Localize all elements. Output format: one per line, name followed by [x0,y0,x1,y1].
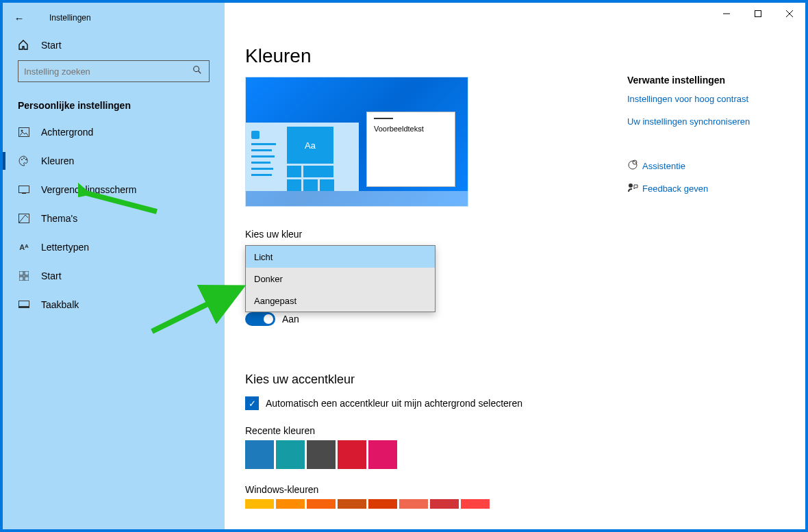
search-input[interactable] [18,60,210,82]
recent-colors [245,440,785,469]
svg-rect-12 [19,277,23,281]
sidebar-item-label: Start [41,270,62,281]
related-settings: Verwante instellingen Instellingen voor … [627,75,785,205]
svg-rect-13 [25,277,29,281]
sidebar-item-label: Achtergrond [41,127,93,138]
back-button[interactable]: ← [10,8,29,27]
fonts-icon: AA [18,243,30,251]
svg-rect-8 [22,193,26,194]
recent-colors-label: Recente kleuren [245,425,785,436]
svg-line-24 [152,288,241,331]
help-label: Assistentie [642,161,685,171]
preview-text: Voorbeeldtekst [374,125,424,133]
svg-rect-10 [19,271,23,275]
lockscreen-icon [18,186,30,194]
auto-accent-label: Automatisch een accentkleur uit mijn ach… [266,398,522,409]
start-icon [18,271,30,281]
dropdown-option-custom[interactable]: Aangepast [246,290,435,312]
color-swatch[interactable] [338,499,366,509]
transparency-toggle[interactable] [245,312,275,326]
assist-icon [627,160,642,173]
accent-title: Kies uw accentkleur [245,372,785,387]
home-button[interactable]: Start [3,29,225,58]
color-swatch[interactable] [245,499,274,509]
dropdown-option-light[interactable]: Licht [246,246,435,268]
svg-rect-17 [755,11,761,17]
preview-window: Voorbeeldtekst [366,112,455,187]
link-feedback[interactable]: Feedback geven [627,182,785,195]
sidebar-item-background[interactable]: Achtergrond [3,118,225,147]
link-high-contrast[interactable]: Instellingen voor hoog contrast [627,94,785,104]
preview-start-menu: Aa [246,123,359,191]
home-label: Start [41,40,62,51]
related-title: Verwante instellingen [627,75,785,86]
search-icon [191,65,203,77]
palette-icon [18,155,30,166]
color-preview: Voorbeeldtekst Aa [245,77,468,207]
svg-point-22 [629,183,633,188]
sidebar-item-label: Kleuren [41,155,74,166]
search-field[interactable] [24,66,191,77]
svg-point-3 [21,130,23,132]
sidebar-item-label: Lettertypen [41,242,89,253]
svg-point-0 [194,66,199,72]
svg-line-23 [86,193,157,212]
annotation-arrow-2 [147,275,249,337]
home-icon [18,40,30,51]
close-button[interactable] [774,3,805,25]
back-arrow-icon: ← [14,12,25,24]
windows-colors-label: Windows-kleuren [245,484,785,495]
themes-icon [18,214,30,223]
sidebar-item-fonts[interactable]: AA Lettertypen [3,233,225,262]
color-swatch[interactable] [399,499,428,509]
picture-icon [18,127,30,137]
color-swatch[interactable] [368,499,397,509]
app-title: Instellingen [49,13,91,23]
taskbar-icon [18,301,30,309]
color-swatch[interactable] [307,440,336,469]
color-swatch[interactable] [276,499,305,509]
section-title: Persoonlijke instellingen [3,90,225,118]
preview-tile: Aa [287,127,333,164]
svg-line-1 [199,71,201,74]
svg-point-5 [23,157,25,159]
toggle-label: Aan [282,314,299,325]
link-sync-settings[interactable]: Uw instellingen synchroniseren [627,116,785,127]
help-label: Feedback geven [642,183,708,194]
sidebar-item-label: Taakbalk [41,299,79,310]
feedback-icon [627,182,642,195]
svg-rect-7 [19,186,29,193]
color-swatch[interactable] [461,499,490,509]
svg-point-4 [21,159,23,160]
annotation-arrow-1 [78,181,160,215]
sidebar-item-label: Thema's [41,213,77,224]
sidebar: ← Instellingen Start Persoonlijke inst [3,3,225,529]
svg-rect-15 [19,306,29,308]
minimize-button[interactable] [711,3,742,25]
choose-color-label: Kies uw kleur [245,229,785,240]
maximize-button[interactable] [742,3,774,25]
svg-rect-11 [25,271,29,275]
dropdown-option-dark[interactable]: Donker [246,268,435,290]
auto-accent-checkbox[interactable]: ✓ [245,396,259,410]
windows-colors [245,499,785,509]
color-swatch[interactable] [430,499,459,509]
color-swatch[interactable] [276,440,305,469]
link-assistance[interactable]: Assistentie [627,160,785,173]
color-swatch[interactable] [338,440,366,469]
sidebar-item-colors[interactable]: Kleuren [3,147,225,175]
page-title: Kleuren [245,45,785,67]
color-mode-dropdown[interactable]: Licht Donker Aangepast [245,245,435,312]
svg-point-6 [25,159,27,160]
color-swatch[interactable] [245,440,274,469]
color-swatch[interactable] [307,499,336,509]
content-area: Kleuren Voorbeeldtekst [225,3,805,529]
color-swatch[interactable] [368,440,397,469]
